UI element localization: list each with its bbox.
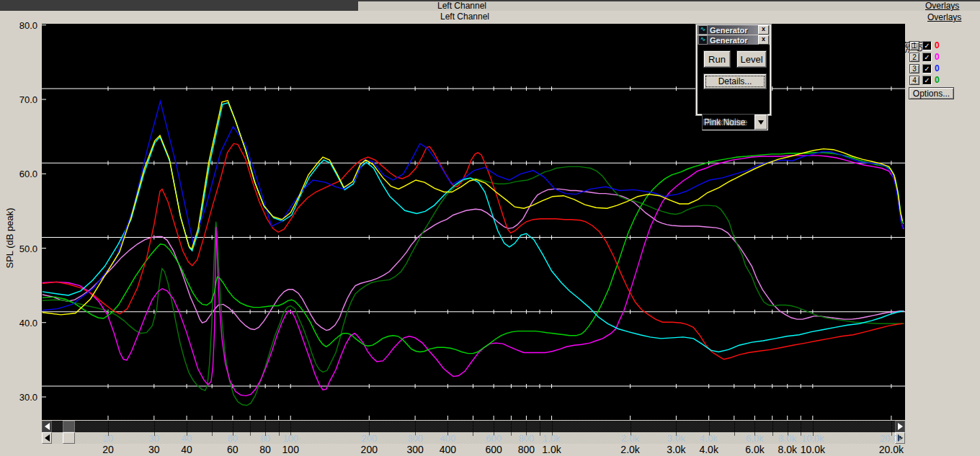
x-tick-label-ghost: 20 bbox=[103, 433, 113, 444]
scrollbar-tick bbox=[279, 432, 280, 436]
x-tick-label-300: 300 bbox=[406, 444, 423, 455]
scroll-right-arrow-ghost[interactable] bbox=[895, 421, 905, 432]
scrollbar-tick bbox=[154, 421, 155, 432]
waveform-icon: ∿ bbox=[698, 35, 708, 45]
scrollbar-tick bbox=[233, 421, 233, 432]
x-tick-label-ghost: 30 bbox=[149, 433, 159, 444]
x-tick-label-1.0k: 1.0k bbox=[542, 444, 561, 455]
scrollbar-tick bbox=[473, 421, 473, 432]
generator-titlebar-ghost[interactable]: ∿ Generator x bbox=[698, 25, 770, 35]
x-tick-label-200: 200 bbox=[361, 444, 378, 455]
scrollbar-tick bbox=[631, 421, 631, 432]
x-tick-label-ghost: 800 bbox=[519, 433, 535, 444]
scroll-left-arrow[interactable] bbox=[42, 432, 52, 444]
x-tick-label-400: 400 bbox=[440, 444, 456, 455]
left-arrow-icon bbox=[45, 434, 50, 442]
overlay-on-checkbox-3[interactable]: ✓ bbox=[922, 64, 932, 73]
scrollbar-tick bbox=[734, 432, 735, 436]
level-button[interactable]: Level bbox=[736, 50, 767, 68]
scrollbar-tick bbox=[511, 432, 512, 436]
generator-dialog: ∿ Generator x ∿ Generator x Run Level De… bbox=[695, 24, 772, 116]
overlay-count-2: 0 bbox=[935, 52, 940, 62]
overlay-count-4: 0 bbox=[935, 75, 940, 85]
overlay-set-button-2[interactable]: 2 bbox=[909, 53, 919, 62]
scrollbar-tick bbox=[540, 432, 540, 436]
scrollbar-tick bbox=[212, 421, 213, 432]
scrollbar-tick bbox=[772, 432, 773, 436]
scroll-thumb[interactable] bbox=[63, 432, 75, 444]
x-tick-label-ghost: 8.0k bbox=[778, 433, 796, 444]
rta-analyzer-window: Left Channel Overlays Left Channel Overl… bbox=[0, 0, 980, 456]
x-tick-label-ghost: 4.0k bbox=[700, 433, 718, 444]
x-tick-label-ghost: 600 bbox=[486, 433, 502, 444]
close-icon[interactable]: x bbox=[758, 35, 769, 45]
overlays-panel: Set On 1✓02✓03✓04✓0 Options... bbox=[905, 0, 980, 456]
scroll-left-arrow-ghost[interactable] bbox=[42, 421, 52, 432]
x-tick-label-2.0k: 2.0k bbox=[620, 444, 639, 455]
x-tick-label-ghost: 200 bbox=[361, 433, 377, 444]
scrollbar-tick bbox=[676, 421, 677, 432]
h-scrollbar-ghost[interactable] bbox=[42, 421, 905, 432]
generator-titlebar[interactable]: ∿ Generator x bbox=[698, 35, 770, 45]
x-tick-label-80: 80 bbox=[259, 444, 271, 455]
scrollbar-tick bbox=[265, 421, 266, 432]
x-tick-label-3.0k: 3.0k bbox=[667, 444, 685, 455]
scrollbar-tick bbox=[415, 421, 416, 432]
scrollbar-tick bbox=[369, 421, 370, 432]
x-tick-label-800: 800 bbox=[518, 444, 535, 455]
waveform-icon: ∿ bbox=[698, 25, 708, 35]
scrollbar-tick bbox=[734, 421, 735, 432]
x-tick-label-ghost: 40 bbox=[182, 433, 192, 444]
run-button[interactable]: Run bbox=[703, 50, 731, 68]
close-icon[interactable]: x bbox=[758, 25, 769, 35]
x-tick-label-6.0k: 6.0k bbox=[745, 444, 764, 455]
overlay-count-1: 0 bbox=[935, 40, 940, 50]
x-tick-label-ghost: 100 bbox=[282, 433, 298, 444]
x-tick-label-20: 20 bbox=[102, 444, 114, 455]
overlay-on-checkbox-2[interactable]: ✓ bbox=[922, 53, 932, 62]
scrollbar-tick bbox=[891, 421, 892, 432]
overlay-set-button-3[interactable]: 3 bbox=[909, 64, 919, 73]
x-tick-label-ghost: 2.0k bbox=[621, 433, 639, 444]
scrollbar-tick bbox=[526, 421, 527, 432]
x-tick-label-4.0k: 4.0k bbox=[699, 444, 718, 455]
signal-type-select[interactable]: Pink Noise bbox=[702, 114, 768, 130]
scrollbar-tick bbox=[511, 421, 512, 432]
scrollbar-tick bbox=[212, 432, 213, 436]
x-tick-label-ghost: 60 bbox=[228, 433, 238, 444]
scrollbar-tick bbox=[250, 432, 251, 436]
x-tick-label-ghost: 6.0k bbox=[746, 433, 764, 444]
scrollbar-tick bbox=[813, 421, 814, 432]
scrollbar-tick bbox=[290, 421, 291, 432]
generator-title-ghost: Generator bbox=[710, 26, 748, 35]
left-arrow-icon bbox=[45, 423, 50, 430]
scrollbar-tick bbox=[709, 421, 710, 432]
x-tick-label-ghost: 10.0k bbox=[801, 433, 824, 444]
h-scrollbar[interactable] bbox=[42, 432, 905, 444]
scrollbar-tick bbox=[552, 421, 553, 432]
scrollbar-tick bbox=[447, 421, 448, 432]
generator-title: Generator bbox=[710, 36, 748, 45]
scrollbar-tick bbox=[540, 421, 540, 432]
x-tick-label-600: 600 bbox=[485, 444, 502, 455]
x-tick-label-60: 60 bbox=[227, 444, 239, 455]
x-tick-label-20.0k: 20.0k bbox=[879, 444, 904, 455]
overlay-on-checkbox-4[interactable]: ✓ bbox=[922, 76, 932, 85]
scrollbar-tick bbox=[754, 421, 755, 432]
x-tick-label-100: 100 bbox=[282, 444, 299, 455]
overlay-set-button-4[interactable]: 4 bbox=[909, 76, 919, 85]
details-button[interactable]: Details... bbox=[703, 73, 767, 89]
x-tick-label-ghost: 3.0k bbox=[667, 433, 685, 444]
scrollbar-tick bbox=[108, 421, 109, 432]
x-tick-label-ghost: 400 bbox=[440, 433, 456, 444]
scrollbar-tick bbox=[187, 421, 187, 432]
x-tick-label-ghost: 300 bbox=[407, 433, 423, 444]
options-button[interactable]: Options... bbox=[909, 87, 954, 99]
overlay-on-checkbox-1[interactable]: ✓ bbox=[922, 41, 932, 50]
overlay-set-button-1[interactable]: 1 bbox=[909, 41, 919, 50]
spl-chart bbox=[0, 0, 980, 456]
scroll-thumb-ghost[interactable] bbox=[63, 421, 75, 432]
combo-arrow-button[interactable] bbox=[754, 115, 767, 130]
x-tick-label-ghost: 20.0k bbox=[880, 433, 903, 444]
scrollbar-tick bbox=[788, 421, 788, 432]
